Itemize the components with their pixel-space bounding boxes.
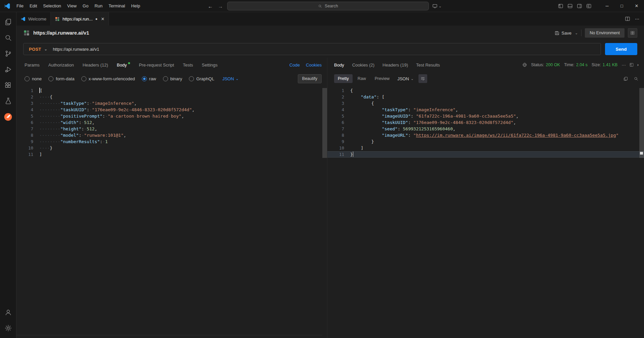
code-line[interactable]: 7 "seed": 5699321253165960460, xyxy=(327,126,644,132)
settings-gear-icon[interactable] xyxy=(0,320,16,336)
code-line[interactable]: 6········"width":·512, xyxy=(16,119,327,126)
response-editor[interactable]: 1{2 "data": [3 {4 "taskType": "imageInfe… xyxy=(327,85,644,338)
tab-welcome[interactable]: Welcome xyxy=(16,12,51,26)
tab-response-headers[interactable]: Headers (19) xyxy=(383,62,408,68)
menu-terminal[interactable]: Terminal xyxy=(106,2,128,10)
account-icon[interactable] xyxy=(0,304,16,320)
tab-test-results[interactable]: Test Results xyxy=(416,62,440,68)
scrollbar-thumb[interactable] xyxy=(322,88,327,158)
code-line[interactable]: 2 "data": [ xyxy=(327,94,644,100)
body-mode-form-data[interactable]: form-data xyxy=(48,76,75,81)
body-mode-binary[interactable]: binary xyxy=(163,76,182,81)
tab-settings[interactable]: Settings xyxy=(202,62,217,68)
chevron-right-icon[interactable]: › xyxy=(637,62,639,67)
tab-tests[interactable]: Tests xyxy=(183,62,193,68)
method-select[interactable]: POST ⌄ xyxy=(24,47,53,52)
body-mode-none[interactable]: none xyxy=(25,76,42,81)
body-mode-raw[interactable]: raw xyxy=(142,76,156,81)
code-line[interactable]: 3········"taskType":·"imageInference", xyxy=(16,100,327,107)
code-line[interactable]: 11} xyxy=(327,151,644,158)
code-line[interactable]: 4 "taskType": "imageInference", xyxy=(327,107,644,113)
activity-explorer[interactable] xyxy=(0,14,16,30)
menu-selection[interactable]: Selection xyxy=(40,2,64,10)
toggle-sidebar-left-icon[interactable] xyxy=(556,2,565,10)
tab-body[interactable]: Body xyxy=(117,62,130,68)
scrollbar-thumb[interactable] xyxy=(639,88,644,158)
code-line[interactable]: 1{ xyxy=(327,87,644,94)
send-button[interactable]: Send xyxy=(605,43,637,55)
search-response-icon[interactable] xyxy=(634,76,639,81)
toggle-sidebar-right-icon[interactable] xyxy=(575,2,584,10)
minimize-button[interactable]: ─ xyxy=(600,0,614,12)
back-icon[interactable]: ← xyxy=(207,3,214,9)
tab-close-icon[interactable]: ✕ xyxy=(101,16,105,22)
customize-layout-icon[interactable] xyxy=(584,2,594,10)
code-line[interactable]: 9········"numberResults":·1 xyxy=(16,138,327,145)
search-input[interactable]: Search xyxy=(227,2,429,10)
activity-testing[interactable] xyxy=(0,93,16,109)
activity-postman[interactable] xyxy=(0,109,16,125)
activity-run-debug[interactable] xyxy=(0,61,16,77)
response-language-select[interactable]: JSON ⌄ xyxy=(395,76,416,81)
tab-request[interactable]: https://api.run... ● ✕ xyxy=(51,12,109,26)
split-editor-icon[interactable] xyxy=(625,16,630,22)
activity-extensions[interactable] xyxy=(0,77,16,93)
code-line[interactable]: 7········"height":·512, xyxy=(16,126,327,132)
restore-button[interactable]: □ xyxy=(614,0,629,12)
activity-source-control[interactable] xyxy=(0,46,16,61)
response-view-row: Pretty Raw Preview JSON ⌄ xyxy=(327,72,644,85)
save-button[interactable]: Save xyxy=(555,31,572,36)
code-line[interactable]: 1[ xyxy=(16,87,327,94)
activity-search[interactable] xyxy=(0,30,16,46)
request-scrollbar[interactable] xyxy=(322,85,327,338)
environment-panel-button[interactable] xyxy=(628,28,637,38)
code-line[interactable]: 3 { xyxy=(327,100,644,107)
code-line[interactable]: 2····{ xyxy=(16,94,327,100)
forward-icon[interactable]: → xyxy=(217,3,224,9)
tab-headers[interactable]: Headers (12) xyxy=(83,62,108,68)
code-link[interactable]: Code xyxy=(289,62,300,68)
code-line[interactable]: 8 "imageURL": "https://im.runware.ai/ima… xyxy=(327,132,644,138)
tab-pre-request-script[interactable]: Pre-request Script xyxy=(139,62,174,68)
code-line[interactable]: 9 } xyxy=(327,138,644,145)
environment-select[interactable]: No Environment xyxy=(585,28,625,38)
view-pretty-button[interactable]: Pretty xyxy=(334,74,353,83)
menu-edit[interactable]: Edit xyxy=(27,2,40,10)
language-select[interactable]: JSON ⌄ xyxy=(222,76,239,81)
response-scrollbar[interactable] xyxy=(639,85,644,338)
menu-go[interactable]: Go xyxy=(80,2,91,10)
tab-authorization[interactable]: Authorization xyxy=(48,62,74,68)
tab-response-body[interactable]: Body xyxy=(334,62,344,68)
expand-response-icon[interactable] xyxy=(629,62,634,67)
body-mode-graphql[interactable]: GraphQL xyxy=(189,76,214,81)
more-actions-icon[interactable]: ⋯ xyxy=(621,62,626,68)
code-line[interactable]: 10····} xyxy=(16,145,327,151)
body-mode-urlencoded[interactable]: x-www-form-urlencoded xyxy=(81,76,135,81)
close-button[interactable]: ✕ xyxy=(629,0,644,12)
cookies-link[interactable]: Cookies xyxy=(306,62,322,68)
code-line[interactable]: 6 "taskUUID": "176eae09-9e2c-4846-8323-0… xyxy=(327,119,644,126)
code-line[interactable]: 11] xyxy=(16,151,327,158)
url-input[interactable] xyxy=(53,47,601,52)
tab-response-cookies[interactable]: Cookies (2) xyxy=(352,62,374,68)
profile-button[interactable]: ⌄ xyxy=(432,3,442,9)
code-line[interactable]: 8········"model":·"runware:101@1", xyxy=(16,132,327,138)
view-raw-button[interactable]: Raw xyxy=(354,74,370,83)
copy-response-icon[interactable] xyxy=(623,76,628,81)
menu-help[interactable]: Help xyxy=(128,2,143,10)
code-line[interactable]: 4········"taskUUID":·"176eae09-9e2c-4846… xyxy=(16,107,327,113)
toggle-panel-icon[interactable] xyxy=(565,2,575,10)
view-preview-button[interactable]: Preview xyxy=(371,74,393,83)
menu-file[interactable]: File xyxy=(13,2,27,10)
code-line[interactable]: 5 "imageUUID": "61fa722c-196a-4981-9a60-… xyxy=(327,113,644,119)
tab-params[interactable]: Params xyxy=(25,62,40,68)
beautify-button[interactable]: Beautify xyxy=(298,74,322,83)
request-editor[interactable]: 1[2····{3········"taskType":·"imageInfer… xyxy=(16,85,327,338)
save-dropdown-icon[interactable]: ⌄ xyxy=(575,31,578,35)
word-wrap-button[interactable] xyxy=(418,74,427,83)
code-line[interactable]: 10 ] xyxy=(327,145,644,151)
menu-view[interactable]: View xyxy=(64,2,80,10)
menu-run[interactable]: Run xyxy=(91,2,106,10)
code-line[interactable]: 5········"positivePrompt":·"a·cartoon·br… xyxy=(16,113,327,119)
more-actions-icon[interactable]: ⋯ xyxy=(635,16,639,22)
